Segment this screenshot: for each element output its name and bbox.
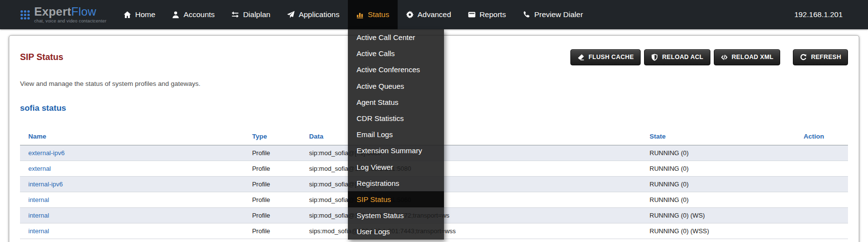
nav-item-label: Home bbox=[135, 10, 155, 19]
profile-type: Profile bbox=[244, 207, 301, 223]
code-icon bbox=[721, 54, 728, 61]
nav-item-label: Preview Dialer bbox=[534, 10, 583, 19]
menu-item-extension-summary[interactable]: Extension Summary bbox=[348, 142, 444, 159]
nav-item-label: Status bbox=[368, 10, 389, 19]
profile-action bbox=[795, 207, 848, 223]
nav-item-label: Applications bbox=[299, 10, 340, 19]
person-icon bbox=[172, 11, 180, 19]
nav-item-label: Accounts bbox=[183, 10, 215, 19]
nav-item-applications[interactable]: Applications bbox=[279, 0, 348, 29]
refresh-icon bbox=[800, 54, 807, 61]
nav-item-preview-dialer[interactable]: Preview Dialer bbox=[514, 0, 591, 29]
brand-name: ExpertFlow bbox=[34, 6, 106, 18]
profile-type: Profile bbox=[244, 176, 301, 192]
profile-name-link[interactable]: external-ipv6 bbox=[28, 149, 64, 157]
reload-xml-button[interactable]: RELOAD XML bbox=[714, 49, 781, 65]
profile-action bbox=[795, 161, 848, 176]
paper-plane-icon bbox=[287, 11, 295, 19]
main-nav: Home Accounts Dialplan Applications Stat… bbox=[115, 0, 591, 29]
profile-state: RUNNING (0) (WS) bbox=[641, 207, 795, 223]
menu-item-system-status[interactable]: System Status bbox=[348, 207, 444, 223]
menu-item-active-conferences[interactable]: Active Conferences bbox=[348, 61, 444, 78]
profile-name-link[interactable]: internal bbox=[28, 212, 49, 219]
column-header-action: Action bbox=[795, 128, 848, 145]
menu-item-registrations[interactable]: Registrations bbox=[348, 175, 444, 191]
brand-tagline: chat, voice and video contactcenter bbox=[34, 19, 106, 23]
top-navbar: ExpertFlow chat, voice and video contact… bbox=[0, 0, 868, 29]
profile-action bbox=[795, 145, 848, 161]
refresh-button[interactable]: REFRESH bbox=[793, 49, 848, 65]
profile-state: RUNNING (0) bbox=[641, 145, 795, 161]
arrows-icon bbox=[231, 11, 239, 19]
nav-item-label: Dialplan bbox=[243, 10, 270, 19]
profile-state: RUNNING (0) bbox=[641, 176, 795, 192]
eraser-icon bbox=[577, 54, 585, 61]
profile-type: Profile bbox=[244, 192, 301, 207]
profile-action bbox=[795, 176, 848, 192]
bar-chart-icon bbox=[356, 11, 364, 19]
nav-item-status[interactable]: Status Active Call Center Active Calls A… bbox=[348, 0, 398, 29]
profile-type: Profile bbox=[244, 223, 301, 239]
profile-state: RUNNING (0) bbox=[641, 192, 795, 207]
column-header-name: Name bbox=[20, 128, 244, 145]
status-dropdown-menu: Active Call Center Active Calls Active C… bbox=[348, 29, 444, 240]
logo-dots-icon bbox=[20, 10, 30, 20]
phone-icon bbox=[523, 11, 530, 19]
profile-action bbox=[795, 192, 848, 207]
nav-item-home[interactable]: Home bbox=[115, 0, 163, 29]
server-address: 192.168.1.201 bbox=[794, 10, 868, 19]
profile-name-link[interactable]: internal-ipv6 bbox=[28, 181, 63, 188]
shield-icon bbox=[651, 54, 658, 61]
column-header-state: State bbox=[641, 128, 795, 145]
menu-item-active-call-center[interactable]: Active Call Center bbox=[348, 29, 444, 45]
nav-item-label: Reports bbox=[480, 10, 506, 19]
nav-item-dialplan[interactable]: Dialplan bbox=[223, 0, 279, 29]
profile-name-link[interactable]: external bbox=[28, 165, 51, 172]
menu-item-agent-status[interactable]: Agent Status bbox=[348, 94, 444, 110]
nav-item-label: Advanced bbox=[418, 10, 451, 19]
nav-item-reports[interactable]: Reports bbox=[460, 0, 514, 29]
flush-cache-button[interactable]: FLUSH CACHE bbox=[570, 49, 641, 65]
menu-item-sip-status[interactable]: SIP Status bbox=[348, 191, 444, 207]
menu-item-log-viewer[interactable]: Log Viewer bbox=[348, 159, 444, 175]
gear-icon bbox=[406, 11, 414, 19]
menu-item-active-calls[interactable]: Active Calls bbox=[348, 45, 444, 61]
menu-item-cdr-statistics[interactable]: CDR Statistics bbox=[348, 110, 444, 126]
nav-item-advanced[interactable]: Advanced bbox=[398, 0, 460, 29]
profile-type: Profile bbox=[244, 145, 301, 161]
profile-type: Profile bbox=[244, 161, 301, 176]
profile-name-link[interactable]: internal bbox=[28, 196, 49, 203]
reload-acl-button[interactable]: RELOAD ACL bbox=[644, 49, 710, 65]
profile-state: RUNNING (0) bbox=[641, 161, 795, 176]
brand-logo[interactable]: ExpertFlow chat, voice and video contact… bbox=[20, 6, 107, 23]
menu-item-user-logs[interactable]: User Logs bbox=[348, 223, 444, 240]
nav-item-accounts[interactable]: Accounts bbox=[163, 0, 223, 29]
menu-item-active-queues[interactable]: Active Queues bbox=[348, 78, 444, 94]
profile-action bbox=[795, 223, 848, 239]
column-header-type: Type bbox=[244, 128, 301, 145]
page-title: SIP Status bbox=[20, 52, 63, 62]
toolbar: FLUSH CACHE RELOAD ACL RELOAD XML REFRES… bbox=[570, 49, 848, 65]
profile-name-link[interactable]: internal bbox=[28, 227, 49, 235]
menu-item-email-logs[interactable]: Email Logs bbox=[348, 126, 444, 142]
home-icon bbox=[123, 11, 131, 19]
drive-icon bbox=[468, 11, 476, 19]
profile-state: RUNNING (0) (WSS) bbox=[641, 223, 795, 239]
